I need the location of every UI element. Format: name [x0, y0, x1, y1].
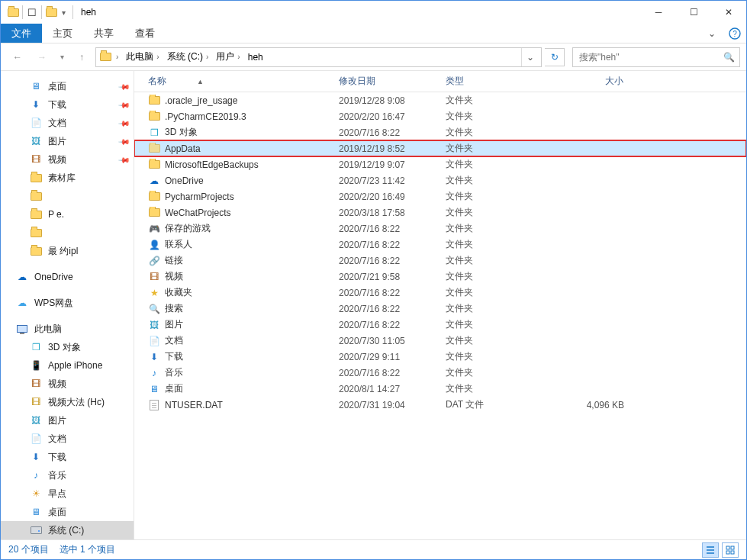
sidebar-item[interactable]: 📄文档📌: [1, 114, 134, 132]
column-type[interactable]: 类型: [440, 71, 539, 92]
pic-icon: 🖼: [30, 135, 42, 147]
tab-share[interactable]: 共享: [83, 24, 124, 43]
crumb-root-chev[interactable]: ›: [113, 48, 121, 66]
sidebar-item[interactable]: 🖥桌面📌: [1, 77, 134, 95]
table-row[interactable]: 🔗链接2020/7/16 8:22文件夹: [134, 253, 746, 269]
video2-icon: 🎞: [30, 396, 42, 408]
status-bar: 20 个项目 选中 1 个项目: [1, 539, 746, 559]
help-icon[interactable]: ?: [723, 24, 746, 43]
table-row[interactable]: .PyCharmCE2019.32020/2/20 16:47文件夹: [134, 108, 746, 124]
sidebar-item-label: 桌面: [48, 80, 66, 93]
table-row[interactable]: WeChatProjects2020/3/18 17:58文件夹: [134, 204, 746, 220]
minimize-button[interactable]: ─: [641, 1, 676, 24]
wps-icon: ☁: [16, 297, 28, 309]
table-row[interactable]: 🎞视频2020/7/21 9:58文件夹: [134, 269, 746, 285]
sidebar-item[interactable]: 🖼图片: [1, 411, 134, 430]
sidebar-item[interactable]: ♪音乐: [1, 466, 134, 484]
ribbon-expand-icon[interactable]: ⌄: [700, 24, 723, 43]
sidebar-item[interactable]: ☁WPS网盘: [1, 294, 134, 312]
sidebar-item[interactable]: P e.: [1, 205, 134, 224]
sidebar-item[interactable]: ⬇下载📌: [1, 95, 134, 114]
status-selected: 选中 1 个项目: [60, 543, 115, 556]
qat-dropdown-icon[interactable]: ▾: [57, 6, 69, 18]
table-row[interactable]: ★收藏夹2020/7/16 8:22文件夹: [134, 285, 746, 301]
file-rows[interactable]: .oracle_jre_usage2019/12/28 9:08文件夹.PyCh…: [134, 92, 746, 539]
table-row[interactable]: AppData2019/12/19 8:52文件夹: [134, 140, 746, 156]
pin-icon: 📌: [118, 117, 130, 129]
table-row[interactable]: 🎮保存的游戏2020/7/16 8:22文件夹: [134, 220, 746, 237]
file-name: 文档: [165, 334, 183, 347]
table-row[interactable]: ❒3D 对象2020/7/16 8:22文件夹: [134, 124, 746, 140]
pin-icon: 📌: [118, 98, 130, 111]
table-row[interactable]: 🖼图片2020/7/16 8:22文件夹: [134, 317, 746, 333]
sidebar-item[interactable]: 此电脑: [1, 320, 134, 338]
tab-view[interactable]: 查看: [124, 24, 166, 43]
address-bar[interactable]: › 此电脑› 系统 (C:)› 用户› heh ⌄: [95, 47, 542, 67]
forward-button[interactable]: →: [31, 47, 53, 68]
table-row[interactable]: 📄文档2020/7/30 11:05文件夹: [134, 333, 746, 349]
sidebar-item[interactable]: [1, 224, 134, 242]
file-name: OneDrive: [165, 175, 204, 186]
sidebar-item[interactable]: ☀早点: [1, 484, 134, 503]
sidebar-item-label: 早点: [48, 488, 66, 500]
cell-date: 2019/12/28 9:08: [333, 95, 440, 106]
sidebar-item[interactable]: 素材库: [1, 169, 134, 187]
maximize-button[interactable]: ☐: [676, 1, 711, 24]
crumb-users[interactable]: 用户›: [213, 48, 243, 66]
column-size[interactable]: 大小: [539, 71, 630, 92]
sidebar-item[interactable]: 🎞视频: [1, 375, 134, 393]
sidebar-item[interactable]: ❒3D 对象: [1, 338, 134, 356]
view-details-button[interactable]: [702, 542, 719, 558]
close-button[interactable]: ✕: [711, 1, 746, 24]
table-row[interactable]: 👤联系人2020/7/16 8:22文件夹: [134, 237, 746, 253]
crumb-heh[interactable]: heh: [245, 48, 266, 66]
sidebar-item[interactable]: 🖥桌面: [1, 503, 134, 521]
nav-tree[interactable]: 🖥桌面📌⬇下载📌📄文档📌🖼图片📌🎞视频📌素材库P e.最 约ipl☁OneDri…: [1, 71, 134, 539]
tab-home[interactable]: 主页: [42, 24, 83, 43]
address-dropdown-icon[interactable]: ⌄: [521, 48, 538, 66]
cell-date: 2020/7/16 8:22: [333, 288, 440, 298]
cell-type: 文件夹: [440, 94, 539, 107]
sidebar-item[interactable]: 最 约ipl: [1, 242, 134, 260]
refresh-button[interactable]: ↻: [545, 48, 565, 66]
table-row[interactable]: ☁OneDrive2020/7/23 11:42文件夹: [134, 172, 746, 188]
sidebar-item[interactable]: 系统 (C:): [1, 521, 134, 539]
table-row[interactable]: .oracle_jre_usage2019/12/28 9:08文件夹: [134, 92, 746, 108]
sidebar-item[interactable]: 📄文档: [1, 430, 134, 448]
sidebar-item[interactable]: [1, 187, 134, 205]
sidebar-item[interactable]: 📱Apple iPhone: [1, 356, 134, 375]
search-box[interactable]: 🔍: [572, 47, 740, 67]
column-name[interactable]: 名称▲: [134, 71, 333, 92]
cell-date: 2019/12/19 8:52: [333, 143, 440, 154]
table-row[interactable]: 🖥桌面2020/8/1 14:27文件夹: [134, 381, 746, 397]
window-title: heh: [81, 7, 96, 18]
cell-date: 2020/2/20 16:49: [333, 191, 440, 202]
sidebar-item[interactable]: 🎞视频大法 (Hc): [1, 393, 134, 411]
table-row[interactable]: NTUSER.DAT2020/7/31 19:04DAT 文件4,096 KB: [134, 397, 746, 413]
search-input[interactable]: [578, 51, 723, 63]
back-button[interactable]: ←: [7, 47, 28, 68]
crumb-this-pc[interactable]: 此电脑›: [123, 48, 162, 66]
column-date[interactable]: 修改日期: [333, 71, 440, 92]
props-icon[interactable]: ☐: [26, 6, 38, 18]
view-large-button[interactable]: [722, 542, 739, 558]
sidebar-item[interactable]: ☁OneDrive: [1, 268, 134, 286]
table-row[interactable]: ⬇下载2020/7/29 9:11文件夹: [134, 349, 746, 365]
table-row[interactable]: ♪音乐2020/7/16 8:22文件夹: [134, 365, 746, 381]
sidebar-item[interactable]: 🎞视频📌: [1, 150, 134, 169]
cell-type: 文件夹: [440, 110, 539, 123]
recent-dropdown[interactable]: ▾: [56, 47, 68, 68]
search-icon[interactable]: 🔍: [723, 52, 735, 63]
sidebar-item-label: 系统 (C:): [48, 524, 84, 537]
table-row[interactable]: 🔍搜索2020/7/16 8:22文件夹: [134, 301, 746, 317]
sidebar-item[interactable]: ⬇下载: [1, 448, 134, 466]
table-row[interactable]: PycharmProjects2020/2/20 16:49文件夹: [134, 188, 746, 204]
file-name: NTUSER.DAT: [165, 400, 223, 410]
crumb-drive-c[interactable]: 系统 (C:)›: [164, 48, 212, 66]
sidebar-item-label: Apple iPhone: [48, 360, 102, 371]
sidebar-item-label: 文档: [48, 117, 66, 130]
file-menu[interactable]: 文件: [1, 24, 42, 43]
up-button[interactable]: ↑: [71, 47, 92, 68]
sidebar-item[interactable]: 🖼图片📌: [1, 132, 134, 150]
table-row[interactable]: MicrosoftEdgeBackups2019/12/19 9:07文件夹: [134, 156, 746, 172]
